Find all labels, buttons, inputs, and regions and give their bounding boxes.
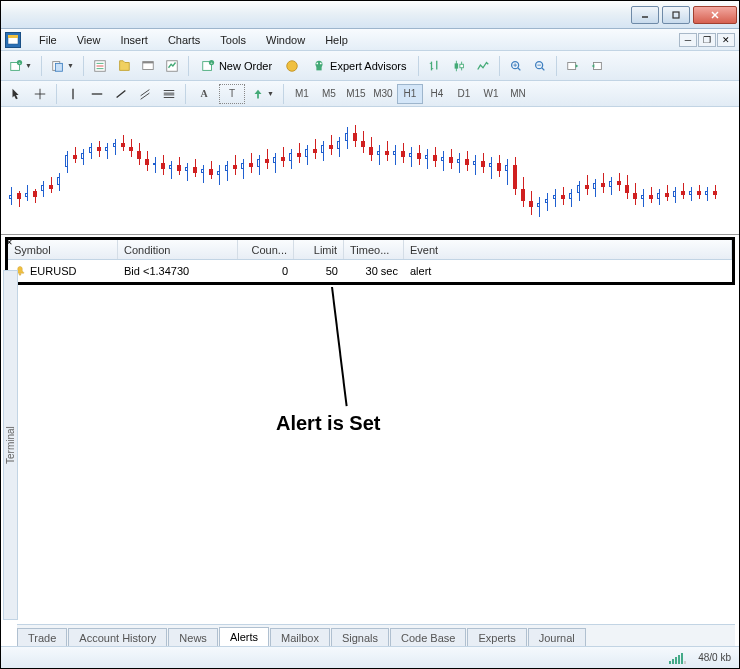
zoom-in-button[interactable] xyxy=(505,55,527,77)
statusbar: 48/0 kb xyxy=(1,646,739,668)
metaquotes-button[interactable] xyxy=(281,55,303,77)
main-toolbar: +▼ ▼ +New Order Expert Advisors xyxy=(1,51,739,81)
timeframe-h4[interactable]: H4 xyxy=(424,84,450,104)
terminal-side-label[interactable]: Terminal xyxy=(3,270,18,620)
expert-advisors-button[interactable]: Expert Advisors xyxy=(305,55,413,77)
tab-mailbox[interactable]: Mailbox xyxy=(270,628,330,647)
header-symbol[interactable]: Symbol xyxy=(8,240,118,259)
svg-point-24 xyxy=(316,62,318,64)
alert-limit: 50 xyxy=(294,263,344,279)
alerts-highlight-box: Symbol Condition Coun... Limit Timeo... … xyxy=(5,237,735,285)
vertical-line-button[interactable] xyxy=(62,83,84,105)
market-watch-button[interactable] xyxy=(89,55,111,77)
minimize-button[interactable] xyxy=(631,6,659,24)
strategy-tester-button[interactable] xyxy=(161,55,183,77)
text-tool-button[interactable]: A xyxy=(191,84,217,104)
cursor-button[interactable] xyxy=(5,83,27,105)
equidistant-channel-button[interactable] xyxy=(134,83,156,105)
sub-restore-button[interactable]: ❐ xyxy=(698,33,716,47)
maximize-button[interactable] xyxy=(662,6,690,24)
annotation-line xyxy=(331,287,348,406)
terminal-panel: ✕ Symbol Condition Coun... Limit Timeo..… xyxy=(1,237,739,567)
status-transfer: 48/0 kb xyxy=(698,652,731,663)
timeframe-m5[interactable]: M5 xyxy=(316,84,342,104)
timeframe-w1[interactable]: W1 xyxy=(478,84,504,104)
terminal-button[interactable] xyxy=(137,55,159,77)
svg-rect-5 xyxy=(8,35,18,38)
app-icon xyxy=(5,32,21,48)
alert-row[interactable]: EURUSD Bid <1.34730 0 50 30 sec alert xyxy=(8,260,732,282)
svg-line-35 xyxy=(518,67,521,70)
crosshair-button[interactable] xyxy=(29,83,51,105)
sub-minimize-button[interactable]: ─ xyxy=(679,33,697,47)
close-button[interactable] xyxy=(693,6,737,24)
text-label-button[interactable]: T xyxy=(219,84,245,104)
alerts-table-header: Symbol Condition Coun... Limit Timeo... … xyxy=(8,240,732,260)
annotation-text: Alert is Set xyxy=(276,412,380,435)
header-event[interactable]: Event xyxy=(404,240,732,259)
drawing-toolbar: A T ▼ M1M5M15M30H1H4D1W1MN xyxy=(1,81,739,107)
alert-symbol: EURUSD xyxy=(30,265,76,277)
menu-tools[interactable]: Tools xyxy=(210,32,256,48)
svg-rect-23 xyxy=(316,66,321,70)
menu-view[interactable]: View xyxy=(67,32,111,48)
svg-point-22 xyxy=(316,60,323,67)
new-order-button[interactable]: +New Order xyxy=(194,55,279,77)
auto-scroll-button[interactable] xyxy=(562,55,584,77)
header-condition[interactable]: Condition xyxy=(118,240,238,259)
navigator-button[interactable] xyxy=(113,55,135,77)
tab-code-base[interactable]: Code Base xyxy=(390,628,466,647)
tab-signals[interactable]: Signals xyxy=(331,628,389,647)
svg-point-21 xyxy=(287,60,298,71)
tab-trade[interactable]: Trade xyxy=(17,628,67,647)
sub-close-button[interactable]: ✕ xyxy=(717,33,735,47)
timeframe-m30[interactable]: M30 xyxy=(370,84,396,104)
alert-event: alert xyxy=(404,263,732,279)
menu-window[interactable]: Window xyxy=(256,32,315,48)
svg-line-39 xyxy=(542,67,545,70)
new-order-label: New Order xyxy=(219,60,272,72)
annotation-area: Alert is Set xyxy=(1,287,739,567)
line-chart-button[interactable] xyxy=(472,55,494,77)
timeframe-d1[interactable]: D1 xyxy=(451,84,477,104)
alert-condition: Bid <1.34730 xyxy=(118,263,238,279)
arrows-button[interactable]: ▼ xyxy=(247,83,278,105)
menubar: File View Insert Charts Tools Window Hel… xyxy=(1,29,739,51)
panel-close-icon[interactable]: ✕ xyxy=(4,237,14,247)
tab-alerts[interactable]: Alerts xyxy=(219,627,269,647)
tab-account-history[interactable]: Account History xyxy=(68,628,167,647)
new-chart-button[interactable]: +▼ xyxy=(5,55,36,77)
svg-rect-4 xyxy=(8,37,18,44)
timeframe-m1[interactable]: M1 xyxy=(289,84,315,104)
header-limit[interactable]: Limit xyxy=(294,240,344,259)
fibonacci-button[interactable] xyxy=(158,83,180,105)
timeframe-mn[interactable]: MN xyxy=(505,84,531,104)
menu-file[interactable]: File xyxy=(29,32,67,48)
tab-news[interactable]: News xyxy=(168,628,218,647)
profiles-button[interactable]: ▼ xyxy=(47,55,78,77)
menu-help[interactable]: Help xyxy=(315,32,358,48)
svg-point-25 xyxy=(320,62,322,64)
zoom-out-button[interactable] xyxy=(529,55,551,77)
tab-experts[interactable]: Experts xyxy=(467,628,526,647)
tab-journal[interactable]: Journal xyxy=(528,628,586,647)
chart-shift-button[interactable] xyxy=(586,55,608,77)
svg-rect-42 xyxy=(594,62,602,69)
svg-rect-31 xyxy=(455,63,459,68)
menu-insert[interactable]: Insert xyxy=(110,32,158,48)
svg-point-54 xyxy=(19,273,21,275)
timeframe-m15[interactable]: M15 xyxy=(343,84,369,104)
svg-rect-10 xyxy=(55,63,62,71)
header-counter[interactable]: Coun... xyxy=(238,240,294,259)
horizontal-line-button[interactable] xyxy=(86,83,108,105)
header-timeout[interactable]: Timeo... xyxy=(344,240,404,259)
menu-charts[interactable]: Charts xyxy=(158,32,210,48)
price-chart[interactable] xyxy=(1,107,739,235)
svg-rect-1 xyxy=(673,12,679,18)
timeframe-h1[interactable]: H1 xyxy=(397,84,423,104)
candle-chart-button[interactable] xyxy=(448,55,470,77)
svg-line-48 xyxy=(141,89,150,95)
bar-chart-button[interactable] xyxy=(424,55,446,77)
trendline-button[interactable] xyxy=(110,83,132,105)
svg-rect-41 xyxy=(568,62,576,69)
